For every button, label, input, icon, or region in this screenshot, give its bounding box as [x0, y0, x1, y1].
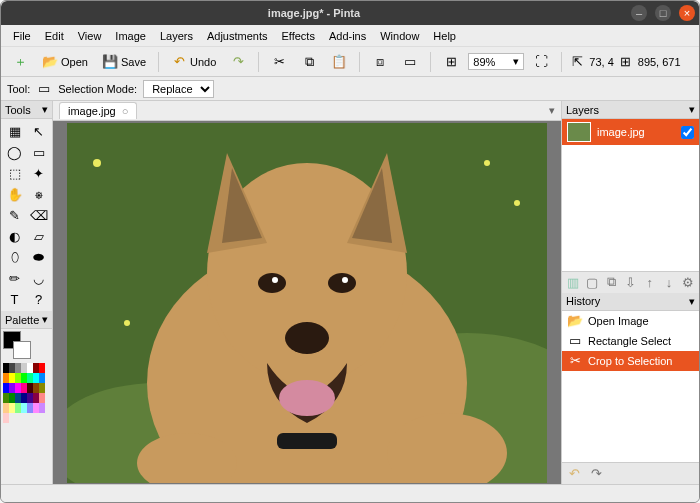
- tool-17[interactable]: ?: [27, 289, 50, 309]
- deselect-button[interactable]: ▭: [397, 51, 423, 73]
- color-swatch[interactable]: [3, 413, 9, 423]
- layer-properties-icon[interactable]: ⚙: [682, 274, 695, 290]
- history-redo-icon[interactable]: ↷: [588, 466, 604, 482]
- minimize-button[interactable]: –: [631, 5, 647, 21]
- color-swatch[interactable]: [39, 363, 45, 373]
- merge-down-icon[interactable]: ⇩: [624, 274, 637, 290]
- svg-point-11: [272, 277, 278, 283]
- layers-buttons: ▥ ▢ ⧉ ⇩ ↑ ↓ ⚙: [562, 271, 699, 293]
- crop-button[interactable]: ⧈: [367, 51, 393, 73]
- fullscreen-button[interactable]: ⛶: [528, 51, 554, 73]
- color-swatch[interactable]: [39, 393, 45, 403]
- tool-5[interactable]: ✦: [27, 163, 50, 183]
- color-swatch[interactable]: [39, 383, 45, 393]
- add-layer-icon[interactable]: ▥: [566, 274, 579, 290]
- collapse-icon[interactable]: ▾: [689, 103, 695, 116]
- tool-12[interactable]: ⬯: [3, 247, 26, 267]
- separator: [430, 52, 431, 72]
- tool-1[interactable]: ↖: [27, 121, 50, 141]
- tool-14[interactable]: ✏: [3, 268, 26, 288]
- tab-chevron-down-icon[interactable]: ▾: [543, 104, 561, 117]
- menu-layers[interactable]: Layers: [154, 28, 199, 44]
- history-undo-icon[interactable]: ↶: [566, 466, 582, 482]
- delete-layer-icon[interactable]: ▢: [585, 274, 598, 290]
- cursor-pos-icon: ⇱: [569, 54, 585, 70]
- menu-file[interactable]: File: [7, 28, 37, 44]
- open-button[interactable]: 📂Open: [37, 51, 93, 73]
- document-tab[interactable]: image.jpg ○: [59, 102, 137, 119]
- redo-button[interactable]: ↷: [225, 51, 251, 73]
- history-list: 📂Open Image▭Rectangle Select✂Crop to Sel…: [562, 311, 699, 463]
- maximize-button[interactable]: □: [655, 5, 671, 21]
- menu-view[interactable]: View: [72, 28, 108, 44]
- menu-window[interactable]: Window: [374, 28, 425, 44]
- layer-name: image.jpg: [597, 126, 645, 138]
- layer-visible-checkbox[interactable]: [681, 126, 694, 139]
- tool-3[interactable]: ▭: [27, 142, 50, 162]
- canvas[interactable]: [67, 123, 547, 483]
- tool-8[interactable]: ✎: [3, 205, 26, 225]
- menu-addins[interactable]: Add-ins: [323, 28, 372, 44]
- history-item[interactable]: ✂Crop to Selection: [562, 351, 699, 371]
- collapse-icon[interactable]: ▾: [689, 295, 695, 308]
- selection-mode-label: Selection Mode:: [58, 83, 137, 95]
- new-icon: ＋: [12, 54, 28, 70]
- paste-button[interactable]: 📋: [326, 51, 352, 73]
- separator: [561, 52, 562, 72]
- copy-button[interactable]: ⧉: [296, 51, 322, 73]
- tool-10[interactable]: ◐: [3, 226, 26, 246]
- close-button[interactable]: ×: [679, 5, 695, 21]
- svg-point-10: [328, 273, 356, 293]
- tool-4[interactable]: ⬚: [3, 163, 26, 183]
- tool-7[interactable]: ⎈: [27, 184, 50, 204]
- fullscreen-icon: ⛶: [533, 54, 549, 70]
- image-size-icon: ⊞: [618, 54, 634, 70]
- svg-point-14: [279, 380, 335, 416]
- zoom-select[interactable]: 89%▾: [468, 53, 524, 70]
- undo-button[interactable]: ↶Undo: [166, 51, 221, 73]
- history-item[interactable]: 📂Open Image: [562, 311, 699, 331]
- svg-point-20: [124, 320, 130, 326]
- selection-mode-select[interactable]: Replace: [143, 80, 214, 98]
- new-button[interactable]: ＋: [7, 51, 33, 73]
- tool-label: Tool:: [7, 83, 30, 95]
- window-title: image.jpg* - Pinta: [1, 7, 627, 19]
- tool-6[interactable]: ✋: [3, 184, 26, 204]
- tool-16[interactable]: T: [3, 289, 26, 309]
- menu-image[interactable]: Image: [109, 28, 152, 44]
- tool-13[interactable]: ⬬: [27, 247, 50, 267]
- layer-row[interactable]: image.jpg: [562, 119, 699, 145]
- close-tab-icon[interactable]: ○: [122, 105, 129, 117]
- layer-thumbnail: [567, 122, 591, 142]
- crop-icon: ⧈: [372, 54, 388, 70]
- main-toolbar: ＋ 📂Open 💾Save ↶Undo ↷ ✂ ⧉ 📋 ⧈ ▭ ⊞ 89%▾ ⛶…: [1, 47, 699, 77]
- collapse-icon[interactable]: ▾: [42, 103, 48, 116]
- resize-button[interactable]: ⊞: [438, 51, 464, 73]
- menu-adjustments[interactable]: Adjustments: [201, 28, 274, 44]
- menu-help[interactable]: Help: [427, 28, 462, 44]
- menu-edit[interactable]: Edit: [39, 28, 70, 44]
- move-down-icon[interactable]: ↓: [662, 274, 675, 290]
- save-button[interactable]: 💾Save: [97, 51, 151, 73]
- tool-2[interactable]: ◯: [3, 142, 26, 162]
- secondary-color-swatch[interactable]: [13, 341, 31, 359]
- duplicate-layer-icon[interactable]: ⧉: [605, 274, 618, 290]
- tool-0[interactable]: ▦: [3, 121, 26, 141]
- canvas-area[interactable]: [53, 121, 561, 484]
- rect-select-icon[interactable]: ▭: [36, 81, 52, 97]
- tool-9[interactable]: ⌫: [27, 205, 50, 225]
- history-item-label: Open Image: [588, 315, 649, 327]
- tool-15[interactable]: ◡: [27, 268, 50, 288]
- tools-panel-header: Tools▾: [1, 101, 52, 119]
- palette-panel-header: Palette▾: [1, 311, 52, 329]
- move-up-icon[interactable]: ↑: [643, 274, 656, 290]
- color-swatch[interactable]: [39, 373, 45, 383]
- history-item[interactable]: ▭Rectangle Select: [562, 331, 699, 351]
- menu-effects[interactable]: Effects: [276, 28, 321, 44]
- cut-button[interactable]: ✂: [266, 51, 292, 73]
- menubar: File Edit View Image Layers Adjustments …: [1, 25, 699, 47]
- color-swatch[interactable]: [39, 403, 45, 413]
- collapse-icon[interactable]: ▾: [42, 313, 48, 326]
- tool-11[interactable]: ▱: [27, 226, 50, 246]
- svg-point-9: [258, 273, 286, 293]
